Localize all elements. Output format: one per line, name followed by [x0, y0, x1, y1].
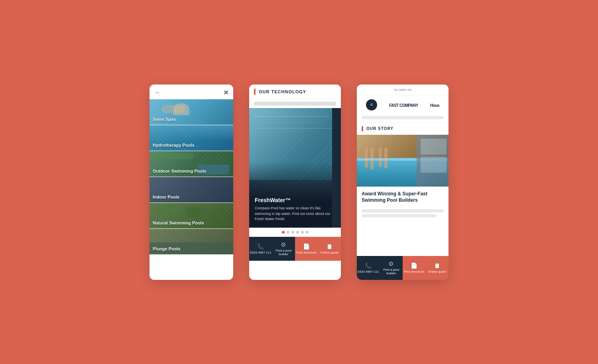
menu-item-indoor[interactable]: Indoor Pools	[150, 177, 233, 203]
window-2	[421, 157, 447, 173]
tech-placeholder-strip	[254, 102, 336, 106]
story-image	[357, 135, 448, 187]
natural-label: Natural Swimming Pools	[153, 220, 204, 225]
fastcompany-logo: FAST COMPANY	[389, 101, 418, 108]
menu-item-plunge[interactable]: Plunge Pools	[150, 229, 233, 255]
phone-menu: ← ✕ Swim Spas Hydrotherapy Pools Outdoor…	[150, 85, 233, 280]
phone-bar-item[interactable]: 📞 0333 4567 111	[249, 237, 272, 261]
red-accent-bar	[254, 89, 256, 95]
carousel-dots	[249, 228, 341, 237]
compass-logo-letter: C	[370, 103, 373, 106]
location-icon: ⊙	[281, 241, 286, 248]
story-location-icon: ⊙	[389, 260, 393, 267]
menu-top-bar: ← ✕	[150, 85, 233, 99]
story-red-bar	[362, 126, 363, 132]
dot-2[interactable]	[287, 231, 289, 234]
menu-item-outdoor[interactable]: Outdoor Swimming Pools	[150, 151, 233, 177]
story-quote-item[interactable]: 📋 Online quote	[426, 256, 449, 280]
dot-6[interactable]	[306, 231, 309, 234]
story-brochure-item[interactable]: 📄 Free Brochure	[403, 256, 426, 280]
back-arrow-icon[interactable]: ←	[154, 89, 161, 97]
story-phone-icon: 📞	[365, 262, 372, 269]
swim-spas-label: Swim Spas	[153, 117, 176, 122]
leg-4	[384, 148, 388, 168]
phone-label: 0333 4567 111	[250, 251, 271, 254]
brand-logos-row: C FAST COMPANY Hous	[357, 95, 448, 114]
leg-3	[379, 148, 382, 167]
quote-bar-item[interactable]: 📋 Online quote	[318, 237, 341, 261]
story-phone-label: 0333 4567 111	[358, 270, 379, 273]
housebeautiful-logo: Hous	[430, 101, 439, 108]
story-text-area: Award Winning & Super-Fast Swimming Pool…	[357, 187, 448, 208]
quote-icon: 📋	[326, 243, 333, 250]
story-strip-2	[362, 214, 437, 217]
brochure-icon: 📄	[303, 243, 310, 250]
freshwater-title: FreshWater™	[255, 197, 335, 203]
freshwater-desc: Compass Pool has water so clean it's lik…	[255, 206, 335, 222]
dot-1[interactable]	[282, 231, 285, 234]
phone-story: As seen on C FAST COMPANY Hous OUR STORY	[357, 85, 448, 280]
brochure-label: Free Brochure	[296, 251, 317, 254]
story-strip-1	[362, 209, 444, 212]
indoor-label: Indoor Pools	[153, 195, 179, 199]
hydrotherapy-label: Hydrotherapy Pools	[153, 143, 195, 148]
tech-hero-area: FreshWater™ Compass Pool has water so cl…	[249, 108, 341, 228]
menu-item-natural[interactable]: Natural Swimming Pools	[150, 203, 233, 229]
quote-label: Online quote	[321, 251, 338, 254]
phone-tech: OUR TECHNOLOGY FreshWater™ Compass Pool …	[249, 85, 341, 280]
story-brochure-label: Free Brochure	[404, 270, 424, 273]
plunge-label: Plunge Pools	[153, 246, 181, 251]
our-story-header: OUR STORY	[357, 122, 448, 135]
find-builder-bar-item[interactable]: ⊙ Find a pool builder	[272, 237, 295, 261]
find-builder-label: Find a pool builder	[272, 249, 295, 256]
outdoor-label: Outdoor Swimming Pools	[153, 169, 206, 173]
dot-5[interactable]	[301, 231, 304, 234]
tech-section-header: OUR TECHNOLOGY	[249, 85, 341, 99]
window-1	[421, 139, 447, 155]
our-story-title: OUR STORY	[366, 126, 393, 131]
story-builder-item[interactable]: ⊙ Find a pool builder	[380, 256, 403, 280]
story-quote-label: Online quote	[428, 270, 446, 273]
story-headline: Award Winning & Super-Fast Swimming Pool…	[362, 191, 444, 204]
menu-item-swim-spas[interactable]: Swim Spas	[150, 99, 233, 125]
story-bottom-bar: 📞 0333 4567 111 ⊙ Find a pool builder 📄 …	[357, 256, 448, 280]
dot-3[interactable]	[291, 231, 294, 234]
house-label: Hous	[430, 103, 439, 108]
tech-section-title: OUR TECHNOLOGY	[259, 89, 306, 94]
leg-left	[365, 148, 368, 167]
brochure-bar-item[interactable]: 📄 Free Brochure	[295, 237, 318, 261]
tech-bottom-bar: 📞 0333 4567 111 ⊙ Find a pool builder 📄 …	[249, 237, 341, 261]
story-phone-item[interactable]: 📞 0333 4567 111	[357, 256, 380, 280]
story-quote-icon: 📋	[434, 262, 441, 269]
menu-item-hydro[interactable]: Hydrotherapy Pools	[150, 125, 233, 151]
dot-4[interactable]	[296, 231, 299, 234]
story-builder-label: Find a pool builder	[380, 268, 403, 275]
close-icon[interactable]: ✕	[223, 89, 228, 96]
phone-icon: 📞	[257, 243, 264, 250]
phones-container: ← ✕ Swim Spas Hydrotherapy Pools Outdoor…	[150, 85, 448, 280]
logo-placeholder	[362, 116, 444, 119]
as-seen-on-strip: As seen on	[357, 85, 448, 95]
fastcompany-label: FAST COMPANY	[389, 103, 418, 108]
compass-logo: C	[366, 99, 377, 110]
tech-card-content: FreshWater™ Compass Pool has water so cl…	[249, 191, 341, 228]
story-brochure-icon: 📄	[411, 262, 417, 269]
